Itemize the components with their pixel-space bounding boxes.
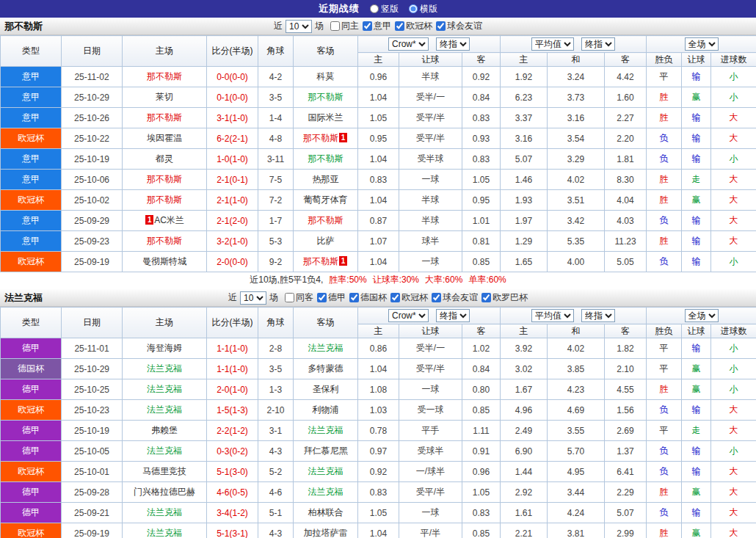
home-team[interactable]: 弗赖堡 [123, 421, 207, 441]
match-score[interactable]: 0-0(0-0) [207, 67, 258, 87]
header-result-goals: 进球数 [711, 324, 756, 338]
match-date: 25-11-01 [62, 338, 123, 359]
match-score[interactable]: 6-2(2-1) [207, 128, 258, 149]
filter-option-同主[interactable]: 同主 [330, 20, 359, 32]
away-team[interactable]: 比萨 [294, 231, 358, 252]
home-team[interactable]: 门兴格拉德巴赫 [123, 482, 207, 503]
avg-source-select[interactable]: 平均值 [531, 37, 574, 51]
away-team[interactable]: 柏林联合 [294, 503, 358, 523]
home-team[interactable]: 法兰克福 [123, 359, 207, 379]
away-team[interactable]: 那不勒斯 [294, 87, 358, 108]
match-score[interactable]: 2-0(1-0) [207, 379, 258, 400]
away-team[interactable]: 多特蒙德 [294, 359, 358, 379]
filter-option-欧冠杯[interactable]: 欧冠杯 [395, 20, 432, 32]
away-team[interactable]: 那不勒斯1 [294, 128, 358, 149]
home-team[interactable]: 曼彻斯特城 [123, 252, 207, 272]
away-team[interactable]: 那不勒斯1 [294, 252, 358, 272]
match-score[interactable]: 2-1(2-0) [207, 211, 258, 231]
away-team[interactable]: 加拉塔萨雷 [294, 523, 358, 538]
home-team[interactable]: 那不勒斯 [123, 170, 207, 190]
home-team[interactable]: 那不勒斯 [123, 190, 207, 211]
home-team[interactable]: 法兰克福 [123, 523, 207, 538]
match-score[interactable]: 2-1(0-1) [207, 170, 258, 190]
away-team[interactable]: 国际米兰 [294, 108, 358, 128]
away-team[interactable]: 那不勒斯 [294, 149, 358, 170]
match-score[interactable]: 5-1(3-0) [207, 462, 258, 482]
match-score[interactable]: 1-0(1-0) [207, 149, 258, 170]
match-score[interactable]: 2-1(1-0) [207, 190, 258, 211]
layout-option-horizontal[interactable]: 横版 [409, 3, 437, 15]
handicap-line: 球半 [399, 231, 462, 252]
filter-checkbox[interactable] [432, 293, 441, 302]
odds-source-select[interactable]: Crow* [388, 37, 429, 51]
away-team[interactable]: 那不勒斯 [294, 211, 358, 231]
home-team[interactable]: 1AC米兰 [123, 211, 207, 231]
away-team[interactable]: 利物浦 [294, 400, 358, 421]
filter-option-球会友谊[interactable]: 球会友谊 [436, 20, 482, 32]
match-score[interactable]: 3-2(1-0) [207, 231, 258, 252]
filter-option-同客[interactable]: 同客 [285, 291, 313, 304]
filter-checkbox[interactable] [330, 21, 340, 31]
home-team[interactable]: 莱切 [123, 87, 207, 108]
home-team[interactable]: 那不勒斯 [123, 108, 207, 128]
scope-select[interactable]: 全场 [685, 309, 719, 322]
match-score[interactable]: 3-4(1-2) [207, 503, 258, 523]
match-score[interactable]: 1-5(1-3) [207, 400, 258, 421]
avg-time-select[interactable]: 终指 [581, 309, 615, 322]
filter-checkbox[interactable] [317, 293, 327, 302]
away-team[interactable]: 热那亚 [294, 170, 358, 190]
away-team[interactable]: 法兰克福 [294, 482, 358, 503]
filter-option-欧冠杯[interactable]: 欧冠杯 [390, 291, 428, 304]
filter-games-select[interactable]: 10 [240, 291, 266, 305]
filter-checkbox[interactable] [481, 293, 491, 302]
filter-option-德甲[interactable]: 德甲 [317, 291, 346, 304]
team-name-text: 那不勒斯 [147, 112, 182, 123]
match-score[interactable]: 5-1(3-1) [207, 523, 258, 538]
match-score[interactable]: 1-1(1-0) [207, 359, 258, 379]
away-team[interactable]: 拜仁慕尼黑 [294, 441, 358, 462]
away-team[interactable]: 圣保利 [294, 379, 358, 400]
match-score[interactable]: 2-2(1-2) [207, 421, 258, 441]
home-team[interactable]: 马德里竞技 [123, 462, 207, 482]
home-team[interactable]: 法兰克福 [123, 441, 207, 462]
home-team[interactable]: 那不勒斯 [123, 67, 207, 87]
filter-checkbox[interactable] [349, 293, 359, 302]
filter-checkbox[interactable] [395, 21, 404, 31]
odds-source-select[interactable]: Crow* [388, 309, 429, 322]
filter-checkbox[interactable] [285, 293, 294, 302]
filter-option-意甲[interactable]: 意甲 [363, 20, 391, 32]
match-score[interactable]: 0-1(0-0) [207, 87, 258, 108]
odds-time-select[interactable]: 终指 [436, 37, 470, 51]
filter-option-德国杯[interactable]: 德国杯 [349, 291, 387, 304]
home-team[interactable]: 法兰克福 [123, 400, 207, 421]
avg-time-select[interactable]: 终指 [581, 37, 615, 51]
odds-time-select[interactable]: 终指 [436, 309, 470, 322]
layout-option-vertical[interactable]: 竖版 [370, 3, 399, 15]
away-team[interactable]: 法兰克福 [294, 338, 358, 359]
home-team[interactable]: 法兰克福 [123, 503, 207, 523]
match-score[interactable]: 0-3(0-2) [207, 441, 258, 462]
home-team[interactable]: 那不勒斯 [123, 231, 207, 252]
avg-source-select[interactable]: 平均值 [531, 309, 574, 322]
match-score[interactable]: 1-1(1-0) [207, 338, 258, 359]
away-team[interactable]: 法兰克福 [294, 462, 358, 482]
filter-option-球会友谊[interactable]: 球会友谊 [432, 291, 478, 304]
away-team[interactable]: 法兰克福 [294, 421, 358, 441]
filter-checkbox[interactable] [390, 293, 400, 302]
home-team[interactable]: 法兰克福 [123, 379, 207, 400]
filter-option-欧罗巴杯[interactable]: 欧罗巴杯 [481, 291, 528, 304]
filter-games-select[interactable]: 10 [286, 20, 312, 33]
away-team[interactable]: 科莫 [294, 67, 358, 87]
filter-checkbox[interactable] [436, 21, 446, 31]
layout-vertical-radio[interactable] [370, 4, 379, 13]
scope-select[interactable]: 全场 [685, 37, 719, 51]
home-team[interactable]: 埃因霍温 [123, 128, 207, 149]
away-team[interactable]: 葡萄牙体育 [294, 190, 358, 211]
match-score[interactable]: 2-0(0-0) [207, 252, 258, 272]
match-score[interactable]: 3-1(1-0) [207, 108, 258, 128]
home-team[interactable]: 都灵 [123, 149, 207, 170]
match-score[interactable]: 4-6(0-5) [207, 482, 258, 503]
layout-horizontal-radio[interactable] [409, 4, 418, 13]
filter-checkbox[interactable] [363, 21, 372, 31]
home-team[interactable]: 海登海姆 [123, 338, 207, 359]
